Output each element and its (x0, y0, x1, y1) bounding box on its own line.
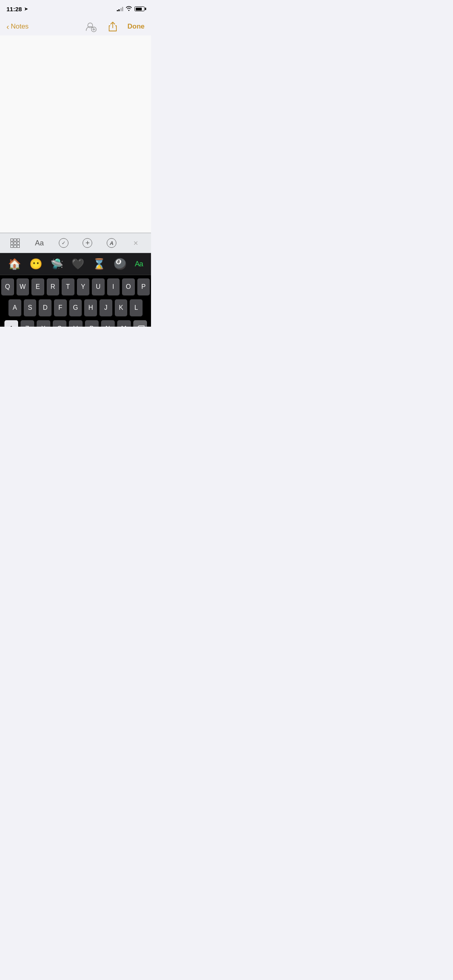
key-t[interactable]: T (62, 278, 74, 295)
add-collaborator-button[interactable] (84, 20, 98, 33)
time-label: 11:28 (6, 6, 22, 12)
key-d[interactable]: D (39, 299, 52, 316)
key-n[interactable]: N (101, 320, 115, 327)
nav-bar: ‹ Notes Done (0, 18, 151, 35)
emoji-expressionless[interactable]: 😶 (29, 258, 42, 270)
note-content-area[interactable] (0, 35, 151, 233)
wifi-icon (126, 6, 132, 12)
done-button[interactable]: Done (128, 23, 145, 31)
key-q[interactable]: Q (1, 278, 14, 295)
delete-key[interactable] (133, 320, 147, 327)
emoji-house[interactable]: 🏠 (8, 258, 21, 270)
key-i[interactable]: I (107, 278, 120, 295)
key-row-1: Q W E R T Y U I O P (1, 278, 150, 295)
formatting-toolbar: Aa ✓ + A × (0, 233, 151, 253)
emoji-ufo[interactable]: 🛸 (50, 258, 63, 270)
back-chevron-icon: ‹ (6, 23, 9, 31)
key-u[interactable]: U (92, 278, 105, 295)
status-time: 11:28 ➤ (6, 6, 28, 12)
shift-key[interactable] (4, 320, 18, 327)
key-g[interactable]: G (69, 299, 82, 316)
key-o[interactable]: O (122, 278, 135, 295)
nav-actions: Done (84, 20, 145, 33)
emoji-pixel-heart[interactable]: 🖤 (71, 258, 84, 270)
share-button[interactable] (106, 20, 120, 33)
back-button[interactable]: ‹ Notes (6, 23, 29, 31)
key-r[interactable]: R (47, 278, 60, 295)
battery-icon (134, 6, 145, 11)
key-x[interactable]: X (37, 320, 50, 327)
table-icon (10, 239, 20, 248)
key-v[interactable]: V (69, 320, 83, 327)
back-label: Notes (11, 23, 29, 31)
font-button[interactable]: Aa (31, 234, 48, 252)
key-a[interactable]: A (8, 299, 21, 316)
key-j[interactable]: J (99, 299, 112, 316)
status-icons (117, 6, 145, 12)
location-arrow-icon: ➤ (24, 6, 28, 12)
plus-circle-icon: + (83, 238, 92, 248)
key-row-2: A S D F G H J K L (1, 299, 150, 316)
key-z[interactable]: Z (21, 320, 34, 327)
checklist-button[interactable]: ✓ (55, 234, 72, 252)
emoji-hourglass[interactable]: ⌛ (93, 258, 105, 270)
key-c[interactable]: C (53, 320, 66, 327)
check-circle-icon: ✓ (59, 238, 68, 248)
key-row-3: Z X C V B N M (1, 320, 150, 327)
key-rows: Q W E R T Y U I O P A S D F G H J K L (0, 275, 151, 327)
status-bar: 11:28 ➤ (0, 0, 151, 18)
emoji-aa-button[interactable]: Aa (135, 260, 143, 268)
close-icon: × (133, 239, 138, 248)
font-icon: Aa (35, 239, 44, 247)
close-keyboard-button[interactable]: × (127, 234, 145, 252)
key-f[interactable]: F (54, 299, 67, 316)
key-e[interactable]: E (31, 278, 44, 295)
emoji-suggestions-row: 🏠 😶 🛸 🖤 ⌛ 🎱 Aa (0, 253, 151, 275)
key-y[interactable]: Y (77, 278, 90, 295)
key-p[interactable]: P (137, 278, 150, 295)
key-b[interactable]: B (85, 320, 99, 327)
signal-icon (117, 6, 124, 11)
insert-button[interactable]: + (79, 234, 96, 252)
keyboard: 🏠 😶 🛸 🖤 ⌛ 🎱 Aa Q W E R T Y U I O P A S D… (0, 253, 151, 327)
key-s[interactable]: S (24, 299, 37, 316)
pen-circle-icon: A (107, 238, 116, 248)
key-w[interactable]: W (17, 278, 29, 295)
emoji-8ball[interactable]: 🎱 (114, 258, 126, 270)
markup-button[interactable]: A (103, 234, 120, 252)
table-button[interactable] (6, 234, 24, 252)
key-m[interactable]: M (117, 320, 131, 327)
key-h[interactable]: H (84, 299, 97, 316)
key-k[interactable]: K (115, 299, 128, 316)
key-l[interactable]: L (130, 299, 143, 316)
